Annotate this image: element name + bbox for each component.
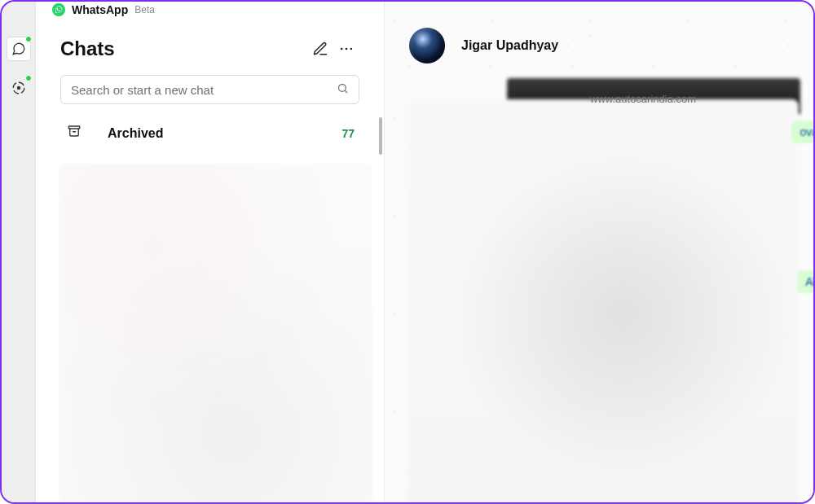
search-field[interactable]	[60, 75, 359, 104]
message-bubble: ova	[791, 121, 813, 143]
contact-avatar[interactable]	[409, 28, 445, 64]
archived-count: 77	[341, 127, 355, 140]
chat-pane: Jigar Upadhyay www.autocarindia.com ova …	[385, 2, 813, 502]
search-icon	[337, 82, 349, 97]
app-title-row: WhatsApp Beta	[36, 2, 384, 18]
svg-point-3	[346, 48, 348, 50]
scrollbar-thumb[interactable]	[379, 117, 382, 155]
more-menu-button[interactable]	[333, 36, 359, 62]
beta-badge: Beta	[134, 4, 155, 15]
archived-label: Archived	[108, 126, 341, 141]
archived-row[interactable]: Archived 77	[36, 109, 384, 157]
app-name: WhatsApp	[72, 3, 128, 16]
nav-rail	[2, 2, 36, 502]
search-input[interactable]	[71, 83, 337, 97]
message-bubble: Ahr	[797, 270, 813, 293]
unread-dot-icon	[25, 75, 32, 81]
rail-chats[interactable]	[7, 37, 30, 60]
chat-header[interactable]: Jigar Upadhyay	[385, 2, 813, 78]
svg-point-1	[16, 86, 20, 90]
chats-header: Chats	[36, 18, 384, 70]
svg-point-5	[339, 85, 346, 92]
chats-title: Chats	[60, 37, 307, 60]
rail-status[interactable]	[7, 77, 30, 99]
blurred-conversation	[408, 99, 799, 502]
new-chat-button[interactable]	[307, 36, 333, 62]
link-preview-url: www.autocarindia.com	[590, 93, 696, 105]
svg-rect-7	[68, 126, 80, 129]
compose-icon	[312, 41, 328, 57]
blurred-chat-list	[59, 164, 372, 502]
svg-point-4	[350, 48, 353, 50]
contact-name: Jigar Upadhyay	[461, 38, 558, 53]
whatsapp-logo-icon	[52, 3, 65, 16]
status-ring-icon	[11, 81, 26, 95]
more-horizontal-icon	[338, 41, 355, 57]
svg-line-6	[345, 90, 347, 93]
unread-dot-icon	[25, 36, 32, 42]
chat-bubble-icon	[11, 42, 26, 56]
sidebar: WhatsApp Beta Chats Archived	[36, 2, 385, 502]
svg-point-2	[341, 48, 343, 50]
archive-icon	[67, 124, 82, 142]
